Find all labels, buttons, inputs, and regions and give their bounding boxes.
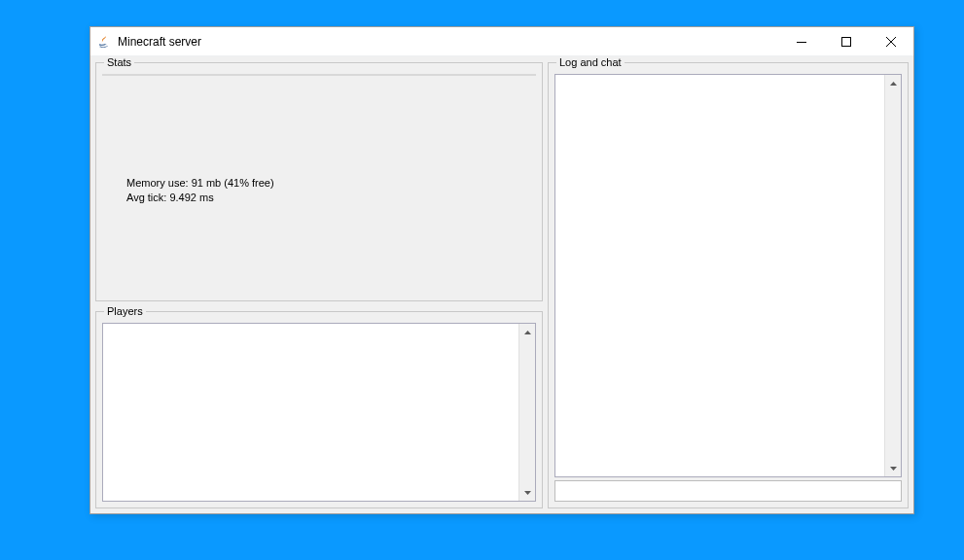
avg-tick-label: Avg tick: 9.492 ms	[126, 191, 274, 205]
title-bar[interactable]: Minecraft server	[90, 27, 913, 56]
scroll-up-icon[interactable]	[519, 324, 535, 340]
maximize-button[interactable]	[824, 27, 869, 55]
scroll-down-icon[interactable]	[885, 460, 901, 476]
svg-rect-0	[797, 42, 806, 43]
window-title: Minecraft server	[118, 35, 779, 49]
close-button[interactable]	[869, 27, 913, 55]
players-list-container	[102, 323, 536, 502]
minimize-button[interactable]	[779, 27, 824, 55]
players-scrollbar[interactable]	[518, 324, 535, 501]
log-scrollbar[interactable]	[884, 75, 901, 476]
stats-panel: Stats Memory use: 91 mb (41% free) Avg t…	[95, 56, 543, 301]
memory-usage-label: Memory use: 91 mb (41% free)	[126, 176, 274, 191]
players-list[interactable]	[103, 324, 518, 501]
left-column: Stats Memory use: 91 mb (41% free) Avg t…	[95, 56, 543, 508]
app-window: Minecraft server Stats Memory use: 91 mb…	[89, 26, 914, 514]
client-area: Stats Memory use: 91 mb (41% free) Avg t…	[90, 56, 913, 513]
right-column: Log and chat	[548, 56, 909, 508]
stats-content: Memory use: 91 mb (41% free) Avg tick: 9…	[102, 74, 536, 76]
scroll-down-icon[interactable]	[519, 484, 535, 501]
stats-text: Memory use: 91 mb (41% free) Avg tick: 9…	[126, 176, 274, 205]
window-controls	[779, 27, 913, 55]
log-legend: Log and chat	[556, 56, 625, 68]
java-icon	[96, 34, 112, 50]
players-legend: Players	[104, 305, 146, 317]
svg-rect-1	[842, 37, 851, 46]
command-input-wrap	[554, 480, 902, 502]
stats-legend: Stats	[104, 56, 134, 68]
command-input[interactable]	[554, 480, 902, 502]
log-text-area[interactable]	[555, 75, 884, 476]
players-panel: Players	[95, 305, 543, 508]
log-panel: Log and chat	[548, 56, 909, 508]
log-container	[554, 74, 902, 477]
scroll-up-icon[interactable]	[885, 75, 901, 91]
